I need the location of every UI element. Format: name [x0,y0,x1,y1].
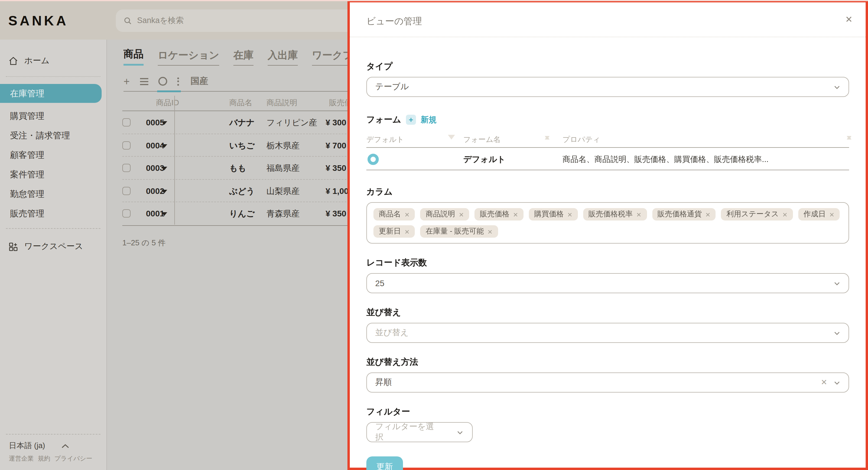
row-checkbox[interactable] [122,186,131,195]
form-properties: 商品名、商品説明、販売価格、購買価格、販売価格税率... [562,154,769,165]
kebab-menu-icon[interactable] [177,77,179,85]
sidebar-item-label: 勤怠管理 [10,188,44,200]
row-checkbox[interactable] [122,118,131,126]
sidebar-item-sales[interactable]: 販売管理 [0,207,106,220]
view-filter-label[interactable]: 国産 [191,76,208,87]
row-caret-icon[interactable] [161,212,167,216]
column-header-form-name[interactable]: フォーム名 [463,135,501,145]
active-view-underline [157,90,181,92]
sidebar-item-label: 顧客管理 [10,149,44,160]
form-section-header: フォーム + 新規 [366,114,849,125]
remove-tag-icon[interactable]: ✕ [513,211,518,218]
sidebar-item-label: ホーム [24,56,49,66]
product-desc: 福島県産 [267,163,300,174]
plus-icon[interactable]: + [406,115,416,125]
home-icon [8,56,18,66]
sidebar-divider [6,228,100,229]
remove-tag-icon[interactable]: ✕ [404,228,410,235]
new-form-button[interactable]: 新規 [421,114,437,125]
product-desc: フィリピン産 [267,118,317,128]
sidebar-item-label: ワークスペース [24,241,83,252]
sort-icon[interactable] [448,135,455,140]
link-company[interactable]: 運営企業 [9,454,34,463]
sidebar-item-inventory[interactable]: 在庫管理 [0,84,102,103]
search-icon [123,16,132,25]
link-privacy[interactable]: プライバシー [54,454,92,463]
view-management-drawer: ビューの管理 ✕ タイプ テーブル フォーム + 新規 デフォルト フォーム [347,0,868,470]
sidebar-item-label: 受注・請求管理 [10,130,70,141]
filter-select[interactable]: フィルターを選択 [366,422,473,442]
close-icon[interactable]: ✕ [845,14,852,25]
chevron-down-icon [833,329,841,337]
remove-tag-icon[interactable]: ✕ [829,211,835,218]
chevron-down-icon [833,379,841,387]
column-tag: 購買価格✕ [529,208,578,221]
filter-select-placeholder: フィルターを選択 [375,421,440,443]
top-highlight-line [0,0,868,1]
forms-table: デフォルト フォーム名 プロパティ デフォルト 商品名、商品説明、販売価格、購買… [366,134,849,170]
link-terms[interactable]: 規約 [38,454,50,463]
language-selector[interactable]: 日本語 (ja) [6,440,100,451]
sidebar-item-customers[interactable]: 顧客管理 [0,148,106,161]
add-record-icon[interactable]: + [123,77,130,85]
row-caret-icon[interactable] [161,121,167,125]
product-desc: 栃木県産 [267,140,300,151]
column-header-properties[interactable]: プロパティ [562,135,600,145]
clear-icon[interactable]: ✕ [821,378,827,387]
remove-tag-icon[interactable]: ✕ [782,211,788,218]
row-checkbox[interactable] [122,164,131,172]
chevron-up-icon [62,443,69,448]
row-checkbox[interactable] [122,209,131,217]
list-view-icon[interactable] [140,78,148,85]
circle-view-icon[interactable] [158,77,167,86]
global-search-input[interactable]: Sankaを検索 [116,9,364,32]
sort-select-placeholder: 並び替え [375,327,409,338]
form-label: フォーム [366,114,401,125]
type-select[interactable]: テーブル [366,77,849,97]
sidebar-item-workspace[interactable]: ワークスペース [0,239,106,254]
sort-select[interactable]: 並び替え [366,323,849,343]
sidebar-item-purchasing[interactable]: 購買管理 [0,109,106,122]
column-header-desc[interactable]: 商品説明 [267,97,297,108]
update-button[interactable]: 更新 [366,457,403,470]
remove-tag-icon[interactable]: ✕ [637,211,642,218]
workspace-grid-icon [8,241,18,252]
row-caret-icon[interactable] [161,167,167,170]
tag-label: 商品名 [379,209,401,219]
type-label: タイプ [366,61,849,72]
sidebar-item-home[interactable]: ホーム [0,54,106,68]
column-header-default[interactable]: デフォルト [366,135,404,145]
drawer-body: タイプ テーブル フォーム + 新規 デフォルト フォーム名 プロパティ [350,61,866,470]
row-caret-icon[interactable] [161,144,167,147]
remove-tag-icon[interactable]: ✕ [459,211,464,218]
sidebar-item-attendance[interactable]: 勤怠管理 [0,187,106,200]
records-select[interactable]: 25 [366,273,849,293]
remove-tag-icon[interactable]: ✕ [404,211,410,218]
default-form-radio[interactable] [368,154,379,165]
product-name: バナナ [229,118,255,128]
tab-locations[interactable]: ロケーション [158,49,219,66]
sidebar-item-projects[interactable]: 案件管理 [0,168,106,181]
tab-stock[interactable]: 在庫 [234,49,253,66]
column-header-id[interactable]: 商品ID [156,97,179,108]
product-desc: 青森県産 [267,209,300,219]
remove-tag-icon[interactable]: ✕ [567,211,572,218]
screen: { "icons": { "x": "✕", "plus": "+" }, "c… [0,0,868,470]
remove-tag-icon[interactable]: ✕ [705,211,711,218]
remove-tag-icon[interactable]: ✕ [488,228,493,235]
sort-method-select[interactable]: 昇順 ✕ [366,373,849,392]
column-tag: 商品名✕ [373,208,415,221]
row-caret-icon[interactable] [161,189,167,193]
columns-tag-box[interactable]: 商品名✕ 商品説明✕ 販売価格✕ 購買価格✕ 販売価格税率✕ 販売価格通貨✕ 利… [366,202,849,243]
chevron-down-icon [833,280,841,287]
records-label: レコード表示数 [366,257,849,268]
sidebar-item-orders-billing[interactable]: 受注・請求管理 [0,129,106,142]
tag-label: 販売価格 [480,209,509,219]
column-header-name[interactable]: 商品名 [229,97,252,108]
forms-table-header: デフォルト フォーム名 プロパティ [366,134,849,148]
row-checkbox[interactable] [122,141,131,149]
form-row-default: デフォルト 商品名、商品説明、販売価格、購買価格、販売価格税率... [366,148,849,170]
tab-workflow[interactable]: ワークフ [312,49,353,66]
tab-in-out[interactable]: 入出庫 [268,49,298,66]
tab-products[interactable]: 商品 [123,47,144,66]
